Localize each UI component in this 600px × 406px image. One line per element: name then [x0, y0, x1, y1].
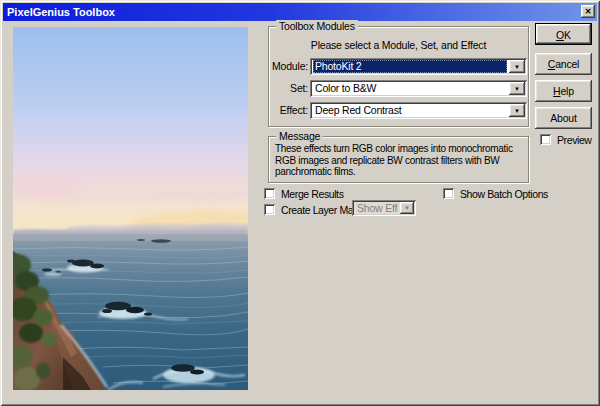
chevron-down-icon[interactable]: ▼: [509, 60, 525, 73]
merge-results-option[interactable]: Merge Results: [264, 187, 344, 200]
ok-button[interactable]: OK: [535, 23, 592, 45]
set-label: Set:: [271, 82, 308, 95]
create-layer-mask-option[interactable]: Create Layer Mask:: [264, 203, 365, 216]
message-legend: Message: [276, 130, 323, 142]
create-layer-mask-checkbox[interactable]: [264, 204, 275, 215]
message-text: These effects turn RGB color images into…: [275, 143, 523, 178]
about-button[interactable]: About: [535, 107, 592, 129]
cancel-button[interactable]: Cancel: [535, 53, 592, 75]
help-label-post: elp: [560, 85, 573, 97]
module-label: Module:: [271, 60, 308, 73]
ok-label-post: K: [564, 29, 571, 41]
effect-label: Effect:: [271, 104, 308, 117]
effect-select[interactable]: Deep Red Contrast ▼: [310, 102, 527, 119]
message-group: Message These effects turn RGB color ima…: [268, 136, 529, 183]
module-value: PhotoKit 2: [313, 60, 507, 73]
coastal-seascape-art: [13, 27, 248, 390]
effect-value: Deep Red Contrast: [313, 104, 507, 117]
module-select[interactable]: PhotoKit 2 ▼: [310, 58, 527, 75]
layer-mask-effect-select: Show Effect ▼: [352, 200, 416, 216]
help-button[interactable]: Help: [535, 80, 592, 102]
preview-label: Preview: [557, 134, 592, 146]
ok-label-key: O: [556, 29, 564, 41]
chevron-down-icon: ▼: [400, 202, 414, 214]
close-icon[interactable]: ✕: [581, 5, 595, 18]
show-batch-options-checkbox[interactable]: [443, 188, 454, 199]
set-value: Color to B&W: [313, 82, 507, 95]
chevron-down-icon[interactable]: ▼: [509, 104, 525, 117]
toolbox-modules-group: Toolbox Modules Please select a Module, …: [268, 26, 529, 127]
merge-results-label: Merge Results: [281, 188, 344, 200]
preview-checkbox[interactable]: [540, 134, 551, 145]
toolbox-modules-legend: Toolbox Modules: [276, 20, 358, 32]
layer-mask-effect-value: Show Effect: [355, 202, 398, 214]
preview-option[interactable]: Preview: [540, 133, 592, 146]
pixelgenius-toolbox-dialog: PixelGenius Toolbox ✕: [0, 0, 600, 406]
show-batch-options-option[interactable]: Show Batch Options: [443, 187, 548, 200]
chevron-down-icon[interactable]: ▼: [509, 82, 525, 95]
window-title: PixelGenius Toolbox: [7, 6, 115, 18]
cancel-label-post: ancel: [555, 58, 579, 70]
preview-photo: [13, 27, 248, 390]
merge-results-checkbox[interactable]: [264, 188, 275, 199]
instruction-text: Please select a Module, Set, and Effect: [269, 39, 528, 51]
set-select[interactable]: Color to B&W ▼: [310, 80, 527, 97]
titlebar: PixelGenius Toolbox ✕: [3, 3, 597, 21]
show-batch-options-label: Show Batch Options: [460, 188, 548, 200]
